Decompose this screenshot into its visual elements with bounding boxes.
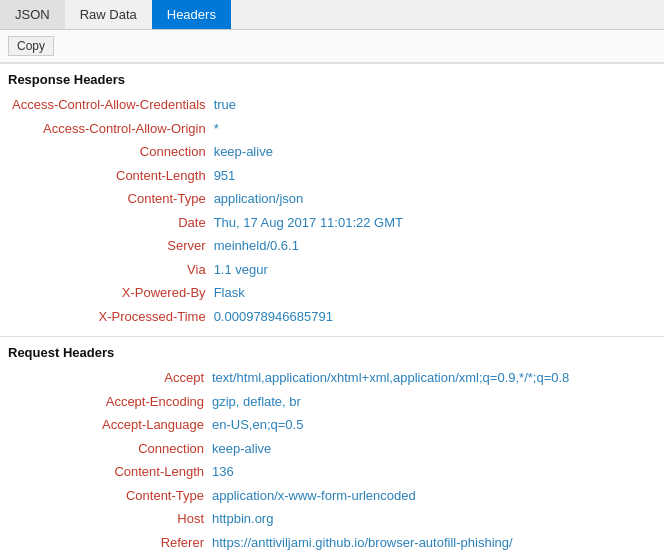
header-key: Connection xyxy=(8,140,210,164)
header-key: Accept-Encoding xyxy=(8,390,208,414)
header-key: Content-Type xyxy=(8,187,210,211)
table-row: Content-Length136 xyxy=(8,460,664,484)
header-value: Thu, 17 Aug 2017 11:01:22 GMT xyxy=(210,211,664,235)
table-row: Access-Control-Allow-Origin* xyxy=(8,117,664,141)
header-key: Accept-Language xyxy=(8,413,208,437)
tab-headers[interactable]: Headers xyxy=(152,0,231,29)
header-key: Referer xyxy=(8,531,208,555)
table-row: Access-Control-Allow-Credentialstrue xyxy=(8,93,664,117)
header-key: Connection xyxy=(8,437,208,461)
table-row: Via1.1 vegur xyxy=(8,258,664,282)
header-value: 136 xyxy=(208,460,664,484)
table-row: Connectionkeep-alive xyxy=(8,140,664,164)
header-key: Content-Type xyxy=(8,484,208,508)
header-key: Host xyxy=(8,507,208,531)
header-value: text/html,application/xhtml+xml,applicat… xyxy=(208,366,664,390)
request-headers-table: Accepttext/html,application/xhtml+xml,ap… xyxy=(8,366,664,554)
header-value: meinheld/0.6.1 xyxy=(210,234,664,258)
header-key: X-Processed-Time xyxy=(8,305,210,329)
response-headers-title: Response Headers xyxy=(8,72,664,87)
table-row: Content-Length951 xyxy=(8,164,664,188)
header-value: gzip, deflate, br xyxy=(208,390,664,414)
tab-bar: JSON Raw Data Headers xyxy=(0,0,664,30)
header-key: Server xyxy=(8,234,210,258)
request-headers-title: Request Headers xyxy=(8,345,664,360)
table-row: X-Powered-ByFlask xyxy=(8,281,664,305)
header-key: Accept xyxy=(8,366,208,390)
header-value: Flask xyxy=(210,281,664,305)
header-key: Content-Length xyxy=(8,460,208,484)
table-row: Content-Typeapplication/json xyxy=(8,187,664,211)
table-row: Accept-Languageen-US,en;q=0.5 xyxy=(8,413,664,437)
header-value: true xyxy=(210,93,664,117)
table-row: Accept-Encodinggzip, deflate, br xyxy=(8,390,664,414)
tab-json[interactable]: JSON xyxy=(0,0,65,29)
header-value: keep-alive xyxy=(210,140,664,164)
response-headers-table: Access-Control-Allow-CredentialstrueAcce… xyxy=(8,93,664,328)
tab-rawdata[interactable]: Raw Data xyxy=(65,0,152,29)
request-headers-section: Request Headers Accepttext/html,applicat… xyxy=(0,337,664,554)
copy-button[interactable]: Copy xyxy=(8,36,54,56)
header-value: 0.000978946685791 xyxy=(210,305,664,329)
header-value: httpbin.org xyxy=(208,507,664,531)
table-row: Hosthttpbin.org xyxy=(8,507,664,531)
table-row: X-Processed-Time0.000978946685791 xyxy=(8,305,664,329)
header-key: Access-Control-Allow-Origin xyxy=(8,117,210,141)
table-row: Servermeinheld/0.6.1 xyxy=(8,234,664,258)
header-key: Date xyxy=(8,211,210,235)
table-row: Accepttext/html,application/xhtml+xml,ap… xyxy=(8,366,664,390)
header-value: en-US,en;q=0.5 xyxy=(208,413,664,437)
header-key: X-Powered-By xyxy=(8,281,210,305)
header-key: Access-Control-Allow-Credentials xyxy=(8,93,210,117)
header-value: application/x-www-form-urlencoded xyxy=(208,484,664,508)
header-key: Content-Length xyxy=(8,164,210,188)
header-key: Via xyxy=(8,258,210,282)
header-value: https://anttiviljami.github.io/browser-a… xyxy=(208,531,664,555)
header-value: 1.1 vegur xyxy=(210,258,664,282)
table-row: Connectionkeep-alive xyxy=(8,437,664,461)
header-value: * xyxy=(210,117,664,141)
copy-bar: Copy xyxy=(0,30,664,63)
header-value: application/json xyxy=(210,187,664,211)
header-value: keep-alive xyxy=(208,437,664,461)
table-row: DateThu, 17 Aug 2017 11:01:22 GMT xyxy=(8,211,664,235)
table-row: Content-Typeapplication/x-www-form-urlen… xyxy=(8,484,664,508)
table-row: Refererhttps://anttiviljami.github.io/br… xyxy=(8,531,664,555)
header-value: 951 xyxy=(210,164,664,188)
response-headers-section: Response Headers Access-Control-Allow-Cr… xyxy=(0,64,664,336)
